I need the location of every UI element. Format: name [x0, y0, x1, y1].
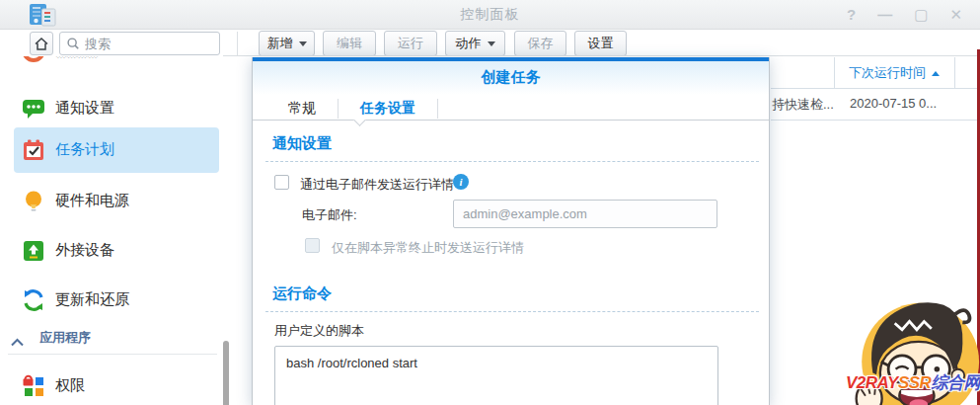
section-divider [265, 161, 759, 162]
table-cell-task: 持快速检... [772, 96, 834, 114]
search-box[interactable] [59, 32, 220, 55]
watermark-text-ssr: SSR [898, 373, 931, 392]
watermark-text-cn: 综合网 [931, 373, 980, 392]
info-icon[interactable]: i [453, 174, 469, 190]
add-button[interactable]: 新增 [259, 31, 315, 56]
home-button[interactable] [30, 32, 53, 55]
table-row-border [771, 120, 980, 121]
user-defined-script-input[interactable]: bash /root/rcloned start [274, 346, 718, 405]
email-input[interactable] [453, 200, 717, 228]
window-title: 控制面板 [0, 6, 980, 24]
email-label: 电子邮件: [302, 206, 357, 224]
clock-icon [22, 56, 45, 62]
tab-separator [437, 99, 438, 119]
tab-general[interactable]: 常规 [266, 100, 338, 118]
settings-button[interactable]: 设置 [574, 31, 627, 56]
sidebar-item-hardware-power[interactable]: 硬件和电源 [0, 178, 223, 225]
section-run-command: 运行命令 [272, 284, 332, 303]
minimize-icon[interactable]: — [877, 5, 892, 25]
dialog-title: 创建任务 [482, 68, 541, 85]
edit-button[interactable]: 编辑 [323, 31, 376, 56]
table-header-border [771, 88, 980, 89]
calendar-check-icon [22, 138, 45, 162]
update-restore-icon [22, 288, 45, 312]
tab-task-settings[interactable]: 任务设置 [339, 100, 437, 118]
section-notification-settings: 通知设置 [272, 134, 332, 153]
v2rayssr-watermark-logo [842, 288, 980, 405]
tabs-underline [253, 120, 769, 121]
search-icon [66, 37, 80, 50]
abnormal-only-checkbox[interactable] [305, 238, 320, 253]
sidebar-item-partial[interactable]: ░░░░ [0, 56, 223, 74]
sidebar-item-permissions[interactable]: 权限 [0, 363, 223, 405]
chevron-down-icon [299, 41, 307, 46]
chat-bubble-icon [22, 97, 45, 121]
table-column-border [834, 57, 835, 88]
sidebar-item-task-scheduler[interactable]: 任务计划 [0, 126, 223, 174]
sidebar: ░░░░ 通知设置 任务计划 [0, 56, 223, 405]
close-icon[interactable]: ✕ [949, 5, 962, 25]
watermark-text-v2ray: V2RAY [846, 373, 898, 392]
chevron-up-icon [10, 333, 25, 351]
chevron-down-icon [488, 41, 495, 46]
sidebar-item-update-restore[interactable]: 更新和还原 [0, 277, 223, 324]
send-email-checkbox[interactable] [274, 175, 289, 190]
maximize-icon[interactable]: ▢ [914, 5, 928, 25]
dialog-tabs: 常规 任务设置 [266, 97, 438, 121]
sidebar-scrollbar[interactable] [223, 341, 229, 405]
permissions-icon [22, 374, 45, 398]
home-icon [34, 37, 49, 51]
send-email-label: 通过电子邮件发送运行详情 [300, 176, 454, 194]
sidebar-item-external-devices[interactable]: 外接设备 [0, 227, 223, 275]
external-device-icon [22, 239, 45, 263]
run-button[interactable]: 运行 [384, 31, 437, 56]
action-button[interactable]: 动作 [445, 31, 505, 56]
toolbar-bottom-border [223, 55, 980, 56]
sidebar-section-applications[interactable]: 应用程序 [0, 325, 223, 351]
sidebar-item-notification-settings[interactable]: 通知设置 [0, 85, 223, 132]
abnormal-only-label: 仅在脚本异常终止时发送运行详情 [332, 239, 524, 257]
table-column-border [954, 57, 955, 88]
table-header-next-run[interactable]: 下次运行时间 [849, 64, 940, 82]
lightbulb-icon [22, 190, 45, 213]
user-defined-script-label: 用户定义的脚本 [274, 322, 364, 340]
create-task-dialog: 创建任务 常规 任务设置 通知设置 通过电子邮件发送运行详情 i 电子邮件: 仅… [252, 57, 770, 405]
sidebar-divider [8, 354, 217, 355]
toolbar-divider [237, 32, 238, 55]
dialog-header[interactable]: 创建任务 [253, 61, 769, 95]
sort-ascending-icon [932, 71, 940, 76]
search-input[interactable] [85, 37, 193, 51]
section-divider [265, 311, 759, 312]
watermark-text: V2RAYSSR综合网 [846, 371, 980, 394]
table-cell-next-run: 2020-07-15 0... [850, 96, 937, 111]
window-titlebar: 控制面板 ? — ▢ ✕ [0, 0, 980, 30]
save-button[interactable]: 保存 [514, 31, 566, 56]
help-icon[interactable]: ? [847, 5, 856, 25]
